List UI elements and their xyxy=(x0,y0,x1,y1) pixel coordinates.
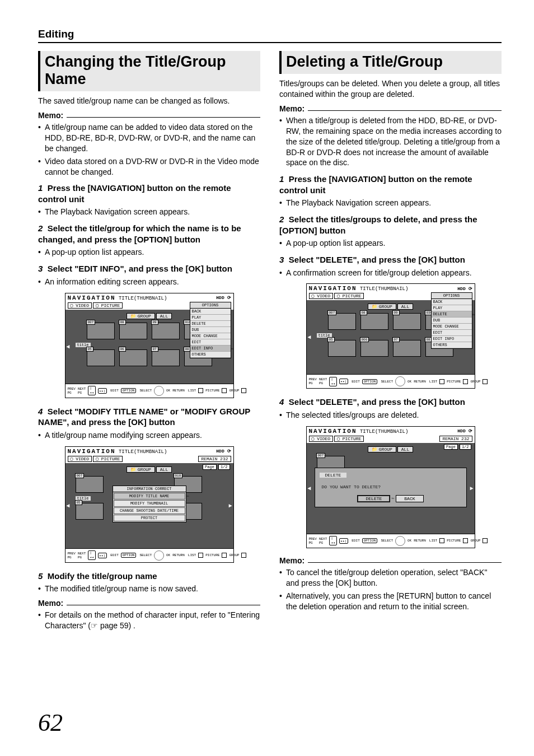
next-icon: ▸▸| xyxy=(339,538,349,544)
dpad-icon xyxy=(395,536,405,546)
all-pill: ALL xyxy=(156,313,172,319)
thumbnail: 007 xyxy=(76,476,104,493)
step-sub: An information editing screen appears. xyxy=(38,277,260,287)
tab-video: ▢ VIDEO xyxy=(68,302,92,309)
menu-item-edit-info: EDIT INFO⇦ xyxy=(190,346,231,352)
next-icon: ▸▸| xyxy=(98,388,107,394)
memo-heading: Memo: xyxy=(279,104,502,113)
all-pill: ALL xyxy=(397,446,413,452)
memo-item: A title/group name can be added to video… xyxy=(38,122,260,154)
right-lead: Titles/groups can be deleted. When you d… xyxy=(279,78,502,100)
tab-video: ▢ VIDEO xyxy=(309,436,334,442)
options-header: OPTIONS xyxy=(190,302,231,309)
menu-item-protect: PROTECT xyxy=(114,515,185,521)
memo-list: To cancel the title/group deletion opera… xyxy=(279,567,502,612)
navigation-screenshot-edit-info: NAVIGATION TITLE(THUMBNAIL) HDD ⟳ ▢ VIDE… xyxy=(65,293,234,398)
prev-icon: |◂◂ xyxy=(88,386,95,395)
menu-item-mode-change: MODE CHANGE xyxy=(432,324,472,330)
thumbnail: 08 xyxy=(119,323,147,339)
section-title: Editing xyxy=(38,28,502,43)
thumbnail: 09 xyxy=(393,313,421,330)
group-pill: 📁 GROUP xyxy=(368,446,396,452)
group-pill: 📁 GROUP xyxy=(127,313,155,319)
thumbnail: 007 xyxy=(87,323,115,339)
menu-item-back: BACK xyxy=(432,299,472,305)
menu-item-modify-thumbnail: MODIFY THUMBNAIL xyxy=(114,500,185,507)
remain-label: REMAIN 232 xyxy=(198,456,231,462)
navigation-screenshot-modify-title: NAVIGATION TITLE(THUMBNAIL) HDD ⟳ ▢ VIDE… xyxy=(65,446,234,563)
step-sub: The selected titles/groups are deleted. xyxy=(279,410,502,421)
pointer-arrow-icon: ⇦ xyxy=(186,494,189,498)
memo-item: Alternatively, you can press the [RETURN… xyxy=(279,591,502,612)
memo-item: Video data stored on a DVD-RW or DVD-R i… xyxy=(38,156,260,178)
step: 1 Press the [NAVIGATION] button on the r… xyxy=(38,183,260,204)
footer-bar: PREV PGNEXT PG |◂◂▸▸| EDITOPTION SELECTO… xyxy=(307,534,475,548)
menu-item-change-date: CHANGE SHOOTING DATE/TIME xyxy=(114,507,185,514)
thumbnail: 07 xyxy=(152,349,180,366)
step-text: Select "MODIFY TITLE NAME" or "MODIFY GR… xyxy=(38,407,250,427)
menu-item-dub: DUB xyxy=(190,327,231,333)
nav-subtitle: TITLE(THUMBNAIL) xyxy=(119,296,167,301)
right-heading: Deleting a Title/Group xyxy=(279,51,502,74)
step: 3 Select "EDIT INFO", and press the [OK]… xyxy=(38,263,260,274)
step: 4 Select "DELETE", and press the [OK] bu… xyxy=(279,396,502,408)
caret-left-icon: ◄ xyxy=(67,502,70,508)
memo-heading: Memo: xyxy=(38,599,260,608)
step-text: Select the title/group for which the nam… xyxy=(38,223,241,244)
step-number: 4 xyxy=(38,407,43,416)
step: 2 Select the title/group for which the n… xyxy=(38,223,260,245)
thumbnail: 07 xyxy=(393,340,421,357)
menu-item-modify-title-name: MODIFY TITLE NAME⇦ xyxy=(114,493,185,500)
thumbnail: 06 xyxy=(119,349,147,366)
step-text: Press the [NAVIGATION] button on the rem… xyxy=(38,183,231,204)
footer-bar: PREV PGNEXT PG |◂◂▸▸| EDITOPTION SELECTO… xyxy=(65,548,233,562)
pointer-arrow-icon: ⇦ xyxy=(391,496,394,501)
navigation-screenshot-delete-menu: NAVIGATION TITLE(THUMBNAIL) HDD ⟳ ▢ VIDE… xyxy=(306,283,475,389)
step-sub: The Playback Navigation screen appears. xyxy=(38,207,260,217)
memo-item: To cancel the title/group deletion opera… xyxy=(279,567,502,589)
pointer-arrow-icon: ⇦ xyxy=(472,312,475,317)
memo-list: When a title/group is deleted from the H… xyxy=(279,115,502,168)
step-sub: The Playback Navigation screen appears. xyxy=(279,198,502,208)
menu-item-edit-info: EDIT INFO xyxy=(432,336,472,342)
step-number: 5 xyxy=(38,571,43,581)
thumbnail: 09 xyxy=(152,323,180,339)
dialog-title: DELETE xyxy=(320,473,347,478)
caret-right-icon: ► xyxy=(470,485,473,491)
dialog-back-button: BACK xyxy=(396,495,423,502)
caret-right-icon: ► xyxy=(228,502,232,508)
options-menu: OPTIONS BACK PLAY DELETE DUB MODE CHANGE… xyxy=(190,302,231,358)
step-sub: A title/group name modifying screen appe… xyxy=(38,430,260,441)
delete-dialog: DELETE DO YOU WANT TO DELETE? DELETE⇦ BA… xyxy=(315,468,467,507)
left-lead: The saved title/group name can be change… xyxy=(38,96,260,106)
step-sub: A confirmation screen for title/group de… xyxy=(279,268,502,278)
memo-heading: Memo: xyxy=(38,111,260,120)
all-pill: ALL xyxy=(397,304,413,310)
step-sub: A pop-up option list appears. xyxy=(38,247,260,258)
step: 2 Select the titles/groups to delete, an… xyxy=(279,214,502,236)
menu-item-play: PLAY xyxy=(432,305,472,311)
tab-video: ▢ VIDEO xyxy=(309,293,334,299)
thumbnail: 05 xyxy=(76,503,104,520)
caret-left-icon: ◄ xyxy=(67,343,70,349)
page-indicator: Page1/2 xyxy=(203,464,229,470)
thumbnail: 05 xyxy=(87,349,115,366)
step: 5 Modify the title/group name xyxy=(38,571,260,582)
tab-video: ▢ VIDEO xyxy=(68,456,92,462)
info-correct-menu: INFORMATION CORRECT MODIFY TITLE NAME⇦ M… xyxy=(113,486,186,522)
menu-item-edit: EDIT xyxy=(190,339,231,346)
nav-word: NAVIGATION xyxy=(68,295,116,301)
left-heading: Changing the Title/Group Name xyxy=(38,51,260,91)
tab-picture: ▢ PICTURE xyxy=(93,302,123,309)
menu-item-dub: DUB xyxy=(432,318,472,324)
pointer-arrow-icon: ⇦ xyxy=(231,346,234,351)
thumbnail: 08 xyxy=(360,313,388,330)
menu-item-edit: EDIT xyxy=(432,330,472,336)
step: 4 Select "MODIFY TITLE NAME" or "MODIFY … xyxy=(38,406,260,428)
memo-list: A title/group name can be added to video… xyxy=(38,122,260,177)
menu-item-play: PLAY xyxy=(190,315,231,321)
next-icon: ▸▸| xyxy=(339,379,349,384)
memo-label: Memo: xyxy=(38,111,63,120)
next-icon: ▸▸| xyxy=(98,553,107,558)
tab-picture: ▢ PICTURE xyxy=(93,456,123,462)
